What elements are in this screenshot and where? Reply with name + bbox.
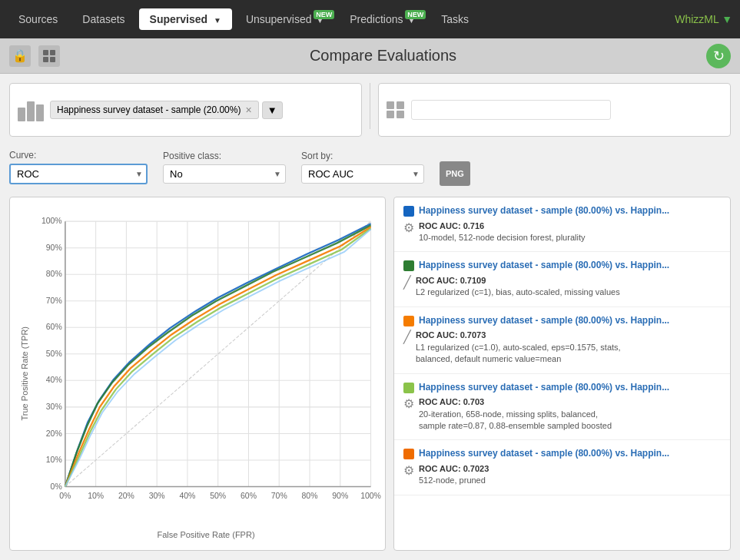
eval-title-2: Happiness survey dataset - sample (80.00… [419, 260, 669, 272]
forest-icon-4: ⚙ [403, 396, 414, 411]
dataset-icon [18, 98, 44, 121]
svg-text:60%: 60% [46, 323, 62, 331]
controls-row: Curve: ROC Positive class: No Sort by: R… [9, 144, 731, 189]
navbar: Sources Datasets Supervised ▼ Unsupervis… [0, 0, 740, 38]
chart-container: True Positive Rate (TPR) [9, 197, 386, 551]
eval-color-4 [403, 383, 414, 393]
unsupervised-badge: NEW [314, 10, 334, 19]
curve-select[interactable]: ROC [9, 164, 148, 184]
right-dataset-selector [378, 83, 731, 137]
svg-text:10%: 10% [46, 456, 62, 464]
positive-class-label: Positive class: [163, 151, 286, 161]
y-axis-label: True Positive Rate (TPR) [20, 326, 29, 420]
refresh-button[interactable]: ↻ [706, 44, 731, 68]
left-dataset-selector: Happiness survey dataset - sample (20.00… [9, 83, 362, 137]
linear-icon-3: ╱ [403, 330, 411, 344]
svg-text:70%: 70% [46, 297, 62, 305]
nav-datasets[interactable]: Datasets [71, 8, 135, 30]
sort-by-label: Sort by: [301, 151, 424, 161]
eval-details-5: ROC AUC: 0.7023 512-node, pruned [419, 463, 489, 487]
eval-item-3[interactable]: Happiness survey dataset - sample (80.00… [394, 307, 730, 374]
linear-icon-2: ╱ [403, 275, 411, 290]
roc-chart-svg: 100% 90% 80% 70% 60% 50% 40% 30% 20% 10%… [33, 204, 379, 529]
svg-text:50%: 50% [210, 492, 226, 500]
eval-meta-2: ╱ ROC AUC: 0.7109 L2 regularized (c=1), … [403, 275, 721, 299]
svg-text:60%: 60% [241, 492, 257, 500]
svg-text:100%: 100% [41, 217, 62, 225]
curve-label: Curve: [9, 150, 148, 161]
nav-sources[interactable]: Sources [8, 8, 68, 30]
eval-header-2: Happiness survey dataset - sample (80.00… [403, 260, 721, 272]
svg-text:30%: 30% [149, 492, 165, 500]
positive-class-select[interactable]: No [163, 164, 286, 184]
eval-title-5: Happiness survey dataset - sample (80.00… [419, 448, 669, 460]
eval-title-3: Happiness survey dataset - sample (80.00… [419, 315, 669, 327]
chart-list-row: True Positive Rate (TPR) [9, 197, 731, 551]
selector-row: Happiness survey dataset - sample (20.00… [9, 83, 731, 137]
ds-input-row: Happiness survey dataset - sample (20.00… [50, 101, 283, 119]
svg-text:100%: 100% [360, 492, 381, 500]
forest-icon-1: ⚙ [403, 220, 414, 235]
eval-item-2[interactable]: Happiness survey dataset - sample (80.00… [394, 252, 730, 307]
positive-class-control: Positive class: No [163, 151, 286, 184]
dataset-tag[interactable]: Happiness survey dataset - sample (20.00… [50, 101, 259, 119]
eval-details-2: ROC AUC: 0.7109 L2 regularized (c=1), bi… [416, 275, 620, 299]
svg-text:70%: 70% [271, 492, 287, 500]
eval-header-1: Happiness survey dataset - sample (80.00… [403, 205, 721, 217]
svg-rect-0 [43, 50, 48, 55]
svg-rect-3 [50, 57, 55, 62]
svg-text:90%: 90% [46, 244, 62, 252]
nav-whizzml[interactable]: WhizzML ▼ [675, 13, 732, 25]
svg-text:30%: 30% [46, 403, 62, 411]
eval-item-1[interactable]: Happiness survey dataset - sample (80.00… [394, 197, 730, 252]
svg-text:80%: 80% [46, 270, 62, 278]
sort-by-select[interactable]: ROC AUC [301, 164, 424, 184]
svg-text:40%: 40% [46, 376, 62, 384]
svg-text:40%: 40% [179, 492, 195, 500]
eval-meta-3: ╱ ROC AUC: 0.7073 L1 regularized (c=1.0)… [403, 330, 721, 365]
svg-text:20%: 20% [118, 492, 134, 500]
grid-selector-icon [387, 101, 405, 118]
svg-text:20%: 20% [46, 429, 62, 438]
page-title: Compare Evaluations [68, 47, 699, 65]
y-axis-label-wrapper: True Positive Rate (TPR) [16, 204, 33, 544]
eval-details-1: ROC AUC: 0.716 10-model, 512-node decisi… [419, 220, 585, 244]
remove-dataset-btn[interactable]: × [245, 104, 251, 116]
svg-text:10%: 10% [88, 492, 104, 500]
eval-color-1 [403, 206, 414, 217]
eval-color-3 [403, 316, 414, 326]
eval-title-4: Happiness survey dataset - sample (80.00… [419, 382, 669, 394]
eval-header-4: Happiness survey dataset - sample (80.00… [403, 382, 721, 394]
eval-color-2 [403, 260, 414, 271]
eval-title-1: Happiness survey dataset - sample (80.00… [419, 205, 669, 217]
nav-tasks[interactable]: Tasks [430, 8, 480, 30]
eval-meta-1: ⚙ ROC AUC: 0.716 10-model, 512-node deci… [403, 220, 721, 244]
svg-text:0%: 0% [51, 482, 62, 491]
evaluations-list: Happiness survey dataset - sample (80.00… [393, 197, 731, 551]
eval-details-3: ROC AUC: 0.7073 L1 regularized (c=1.0), … [416, 330, 621, 365]
lock-icon[interactable]: 🔒 [9, 45, 31, 67]
svg-rect-1 [50, 50, 55, 55]
svg-text:80%: 80% [302, 492, 318, 500]
grid-icon[interactable] [38, 45, 60, 67]
sort-by-select-wrapper: ROC AUC [301, 164, 424, 184]
sort-by-control: Sort by: ROC AUC [301, 151, 424, 184]
predictions-badge: NEW [405, 10, 426, 19]
eval-item-4[interactable]: Happiness survey dataset - sample (80.00… [394, 374, 730, 441]
svg-rect-2 [43, 57, 48, 62]
nav-predictions[interactable]: Predictions ▼ NEW [339, 8, 427, 30]
svg-text:50%: 50% [46, 350, 62, 358]
dataset-dropdown-btn[interactable]: ▼ [262, 101, 283, 119]
nav-unsupervised[interactable]: Unsupervised ▼ NEW [235, 8, 336, 30]
right-dataset-input[interactable] [411, 100, 611, 120]
png-button[interactable]: PNG [440, 161, 470, 186]
eval-item-5[interactable]: Happiness survey dataset - sample (80.00… [394, 440, 730, 495]
eval-header-5: Happiness survey dataset - sample (80.00… [403, 448, 721, 460]
nav-left: Sources Datasets Supervised ▼ Unsupervis… [8, 8, 480, 30]
png-btn-wrapper: PNG [440, 161, 470, 186]
toolbar: 🔒 Compare Evaluations ↻ [0, 38, 740, 74]
nav-supervised[interactable]: Supervised ▼ [139, 8, 232, 30]
selector-divider [370, 83, 370, 129]
curve-control: Curve: ROC [9, 150, 148, 184]
positive-class-select-wrapper: No [163, 164, 286, 184]
